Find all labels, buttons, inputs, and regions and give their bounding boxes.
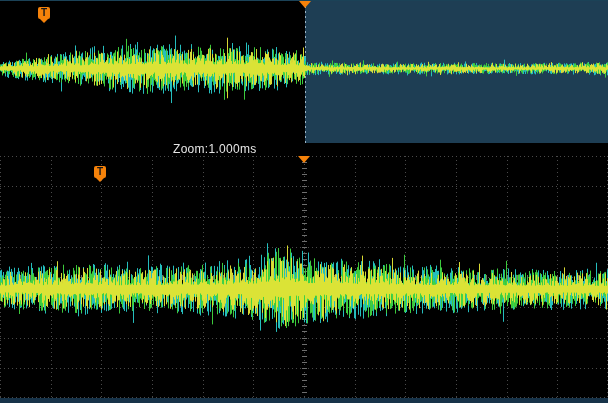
waveform-overview-panel: T	[0, 0, 608, 143]
overview-waveform-canvas	[0, 1, 608, 143]
trigger-level-flag-zoom[interactable]: T	[94, 166, 106, 178]
trigger-position-marker-overview[interactable]	[299, 1, 311, 8]
screen-bottom-frame	[0, 398, 608, 403]
trigger-flag-label: T	[94, 166, 106, 178]
trigger-position-marker-zoom[interactable]	[298, 156, 310, 163]
zoom-waveform-canvas	[0, 156, 608, 398]
oscilloscope-screen: T Zoom:1.000ms T	[0, 0, 608, 403]
zoom-scale-label: Zoom:1.000ms	[0, 143, 608, 156]
trigger-flag-label: T	[38, 7, 50, 19]
trigger-level-flag-overview[interactable]: T	[38, 7, 50, 19]
zoom-waveform-panel: T	[0, 156, 608, 398]
